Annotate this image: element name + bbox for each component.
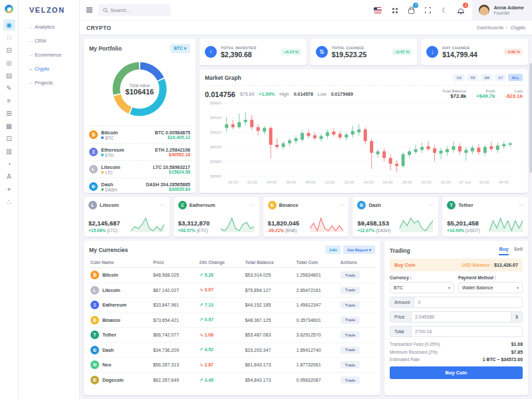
range-button[interactable]: 1H: [453, 74, 465, 81]
hamburger-icon[interactable]: [86, 7, 92, 8]
trade-button[interactable]: Trade: [340, 287, 360, 294]
cart-button[interactable]: 7: [406, 5, 416, 15]
landing-icon[interactable]: ✎: [3, 82, 15, 94]
trade-button[interactable]: Trade: [340, 346, 360, 354]
icons-icon[interactable]: A: [3, 171, 15, 182]
card-menu-icon[interactable]: ⋯: [428, 202, 434, 208]
amount-input[interactable]: [414, 297, 522, 307]
coin-icon: T: [447, 201, 456, 209]
sidebar-menu-item[interactable]: Analytics: [19, 20, 79, 34]
breadcrumb-item[interactable]: Crypto: [505, 25, 525, 31]
forms-icon[interactable]: ⊡: [3, 133, 15, 144]
sidebar-menu-item[interactable]: CRM: [19, 34, 79, 48]
trade-button[interactable]: Trade: [340, 301, 360, 309]
portfolio-coin-row[interactable]: Đ Dash DASH DASH 204.28565885 $30635.84: [89, 178, 190, 195]
search-input[interactable]: [110, 7, 164, 13]
sidebar-menu-item[interactable]: Projects: [19, 76, 79, 90]
trade-button[interactable]: Trade: [340, 331, 360, 338]
cart-badge: 7: [413, 3, 418, 8]
coin-summary-card[interactable]: Đ Dash ⋯ $9,458,153 +12.07% (DASH): [352, 197, 438, 237]
currency-select[interactable]: BTC▾: [390, 282, 454, 293]
chevron-down-icon: ▾: [517, 285, 519, 290]
moon-icon: ☾: [442, 7, 448, 14]
notifications-button[interactable]: 3: [456, 5, 466, 15]
portfolio-coin-row[interactable]: Ł Litecoin LTC LTC 10.58963217 $15824.58: [89, 160, 190, 178]
filter-24h-button[interactable]: 24H: [325, 245, 340, 254]
portfolio-coin-row[interactable]: Ξ Ethereum ETH ETH 2.25842108 $40552.18: [89, 143, 190, 160]
coin-summary-card[interactable]: Ł Litecoin ⋯ $2,145,687 +15.08% (LTC): [84, 197, 170, 237]
trade-button[interactable]: Trade: [340, 361, 360, 368]
summary-row: Transaction Fees (0.05%) $1.08: [390, 342, 523, 346]
portfolio-currency-select[interactable]: BTC ▾: [170, 44, 190, 53]
portfolio-donut-chart: Total value $106416: [89, 56, 190, 122]
trading-title: Trading: [390, 247, 410, 254]
multilevel-icon[interactable]: ∴: [3, 196, 15, 207]
app-logo-mark[interactable]: [5, 5, 13, 13]
loss-value: -$23.1k: [505, 93, 523, 99]
layouts-icon[interactable]: ⊟: [3, 45, 15, 56]
card-menu-icon[interactable]: ⋯: [338, 202, 344, 208]
topbar: 7 ☾ 3 Anna Adame Founder: [80, 0, 532, 20]
payment-method-select[interactable]: Wallet Balance▾: [458, 282, 523, 293]
dashboards-icon[interactable]: ◉: [3, 19, 15, 31]
fullscreen-button[interactable]: [422, 5, 433, 15]
range-button[interactable]: 1Y: [495, 74, 506, 81]
scrollbar-thumb[interactable]: [529, 63, 532, 173]
widgets-icon[interactable]: ▦: [3, 120, 15, 132]
svg-text:16:00: 16:00: [383, 180, 394, 184]
trading-tab[interactable]: Sell: [514, 246, 523, 255]
trade-button[interactable]: Trade: [340, 376, 360, 384]
total-input[interactable]: [412, 327, 522, 336]
sidebar-menu-item[interactable]: Ecommerce: [19, 48, 79, 62]
maps-icon[interactable]: ⌖: [3, 184, 15, 195]
coin-summary-card[interactable]: Ξ Eathereum ⋯ $3,312,870 +08.57% (ETC): [174, 197, 259, 237]
trading-card: Trading BuySell Buy Coin USD Balance : $…: [384, 241, 528, 395]
dark-mode-button[interactable]: ☾: [439, 5, 450, 15]
my-portfolio-card: My Portfolio BTC ▾ Total value $106416 ₿: [84, 39, 196, 193]
card-menu-icon[interactable]: ⋯: [160, 202, 165, 208]
get-report-button[interactable]: Get Report ▾: [343, 245, 375, 254]
charts-icon[interactable]: ◔: [3, 158, 15, 170]
search-box[interactable]: [98, 4, 170, 16]
portfolio-coin-row[interactable]: ₿ Bitcoin BTC BTC 0.00584875 $19,405.12: [89, 126, 190, 143]
svg-text:14:00: 14:00: [363, 180, 374, 184]
trading-tab[interactable]: Buy: [499, 246, 508, 255]
trade-button[interactable]: Trade: [340, 317, 360, 324]
pages-icon[interactable]: ▤: [3, 70, 15, 81]
apps-icon[interactable]: ∷: [3, 32, 15, 43]
apps-menu-button[interactable]: [389, 5, 400, 15]
language-flag[interactable]: [372, 5, 383, 15]
shopping-bag-icon: [408, 9, 414, 14]
tables-icon[interactable]: ▥: [3, 146, 15, 157]
donut-total-label: Total value: [126, 83, 154, 88]
coin-summary-card[interactable]: T Tether ⋯ $5,201,458 +14.99% (USDT): [442, 197, 528, 237]
market-high: 0.014578: [294, 92, 313, 96]
svg-text:08:00: 08:00: [305, 180, 316, 184]
trade-button[interactable]: Trade: [340, 271, 360, 279]
auth-icon[interactable]: ◎: [3, 57, 15, 68]
us-flag-icon: [374, 7, 382, 13]
page-title-bar: CRYPTO DashboardsCrypto: [80, 20, 532, 35]
page-title: CRYPTO: [86, 25, 111, 31]
price-input[interactable]: [412, 312, 511, 322]
app-logo-text[interactable]: VELZON: [19, 0, 79, 20]
summary-row: Estimated Rate 1 BTC ~ $34572.00: [390, 357, 523, 362]
icon-rail: ◉ ∷ ⊟ ◎ ▤ ✎ ≡ ⊞ ▦ ⊡ ▥ ◔ A ⌖ ∴: [0, 0, 19, 399]
range-button[interactable]: ALL: [508, 74, 523, 81]
svg-text:20:00: 20:00: [422, 180, 432, 184]
svg-text:$6560: $6560: [210, 174, 221, 178]
buy-coin-button[interactable]: Buy Coin: [390, 366, 523, 379]
coin-summary-card[interactable]: B Binance ⋯ $1,820,045 -09.21% (BNB): [263, 197, 349, 237]
base-ui-icon[interactable]: ≡: [3, 95, 15, 106]
card-menu-icon[interactable]: ⋯: [518, 202, 523, 208]
table-row: ŁLitecoin $87,142.027 ↘ 3.07 $75,854.127…: [89, 283, 375, 298]
breadcrumb-item[interactable]: Dashboards: [477, 25, 503, 31]
coin-icon: Ł: [90, 286, 99, 295]
range-button[interactable]: 1M: [481, 74, 493, 81]
user-menu[interactable]: Anna Adame Founder: [472, 0, 532, 20]
advance-ui-icon[interactable]: ⊞: [3, 108, 15, 119]
legend-dot: [101, 171, 104, 174]
range-button[interactable]: 7D: [467, 74, 479, 81]
sidebar-menu-item[interactable]: Crypto: [19, 62, 79, 76]
card-menu-icon[interactable]: ⋯: [249, 202, 255, 208]
